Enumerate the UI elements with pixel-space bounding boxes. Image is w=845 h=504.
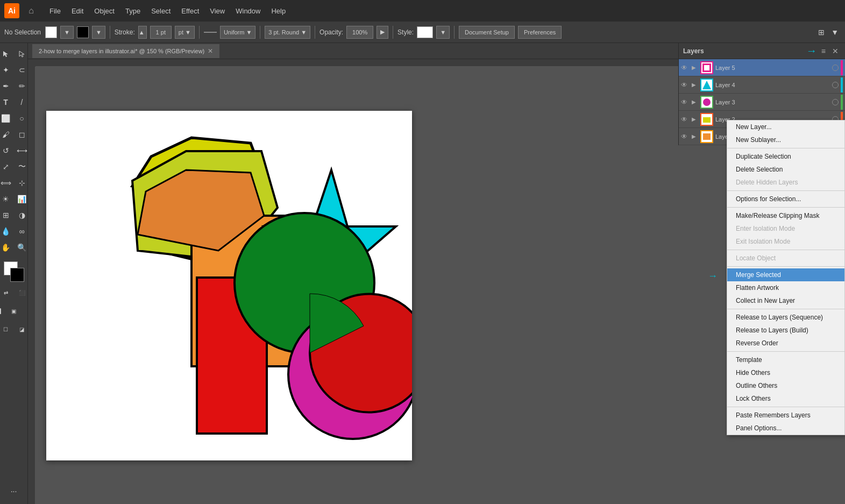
layer1-expand[interactable]: ▶ xyxy=(692,133,698,139)
style-dropdown[interactable]: ▼ xyxy=(436,26,450,39)
document-setup-btn[interactable]: Document Setup xyxy=(459,26,515,39)
stroke-color-swatch[interactable] xyxy=(10,268,24,282)
ctx-hide-others[interactable]: Hide Others xyxy=(727,366,844,379)
style-swatch[interactable] xyxy=(417,26,433,38)
column-graph-tool[interactable]: 📊 xyxy=(15,191,29,207)
document-tab[interactable]: 2-how to merge layers in illustrator.ai*… xyxy=(32,44,219,58)
ctx-delete-selection[interactable]: Delete Selection xyxy=(727,163,844,176)
layer2-expand[interactable]: ▶ xyxy=(692,116,698,122)
layer3-expand[interactable]: ▶ xyxy=(692,99,698,105)
magic-wand-tool[interactable]: ✦ xyxy=(0,62,13,77)
canvas-scroll[interactable] xyxy=(35,67,678,504)
ctx-template[interactable]: Template xyxy=(727,353,844,366)
ctx-new-layer[interactable]: New Layer... xyxy=(727,120,844,133)
layer5-target[interactable] xyxy=(832,65,839,71)
uniform-dropdown[interactable]: Uniform ▼ xyxy=(220,26,255,39)
more-tools-btn[interactable]: ··· xyxy=(6,484,22,499)
scale-tool[interactable]: ⤢ xyxy=(0,159,13,174)
ctx-panel-options[interactable]: Panel Options... xyxy=(727,422,844,435)
blend-tool[interactable]: ∞ xyxy=(15,224,29,239)
menu-select[interactable]: Select xyxy=(147,5,175,17)
menu-object[interactable]: Object xyxy=(90,5,119,17)
paintbrush-tool[interactable]: 🖌 xyxy=(0,127,13,142)
free-transform-tool[interactable]: ⊹ xyxy=(15,175,29,190)
gradient-tool[interactable]: ◑ xyxy=(15,208,29,223)
stroke-value[interactable] xyxy=(150,26,172,39)
ctx-flatten-artwork[interactable]: Flatten Artwork xyxy=(727,281,844,294)
layer-row-3[interactable]: 👁 ▶ Layer 3 xyxy=(679,94,845,111)
menu-file[interactable]: File xyxy=(45,5,65,17)
ctx-reverse-order[interactable]: Reverse Order xyxy=(727,337,844,350)
ctx-release-to-layers-seq[interactable]: Release to Layers (Sequence) xyxy=(727,311,844,324)
ctx-lock-others[interactable]: Lock Others xyxy=(727,392,844,405)
layer1-visibility[interactable]: 👁 xyxy=(681,133,690,140)
stroke-up[interactable]: ▲ xyxy=(138,26,147,39)
menu-window[interactable]: Window xyxy=(231,5,265,17)
ctx-paste-remembers-layers[interactable]: Paste Remembers Layers xyxy=(727,409,844,422)
change-screen-mode-btn[interactable]: ☐ xyxy=(0,322,13,337)
layers-close-btn[interactable]: ✕ xyxy=(830,46,841,56)
lasso-tool[interactable]: ⊂ xyxy=(15,62,29,77)
hand-tool[interactable]: ✋ xyxy=(0,240,13,255)
warp-tool[interactable]: 〜 xyxy=(15,159,29,174)
type-tool[interactable]: T xyxy=(0,95,13,110)
ctx-outline-others[interactable]: Outline Others xyxy=(727,379,844,392)
ctx-release-to-layers-build[interactable]: Release to Layers (Build) xyxy=(727,324,844,337)
arrange-icons-btn[interactable]: ⊞ xyxy=(816,27,827,38)
menu-edit[interactable]: Edit xyxy=(67,5,88,17)
tab-close-btn[interactable]: ✕ xyxy=(208,47,213,55)
opacity-value[interactable] xyxy=(346,26,373,39)
ctx-make-release-clipping-mask[interactable]: Make/Release Clipping Mask xyxy=(727,209,844,222)
eraser-tool[interactable]: ◻ xyxy=(15,127,29,142)
menu-help[interactable]: Help xyxy=(267,5,290,17)
symbol-sprayer-tool[interactable]: ☀ xyxy=(0,191,13,207)
swap-colors-btn[interactable]: ⇄ xyxy=(0,285,13,300)
normal-screen-btn[interactable]: ⬜ xyxy=(0,303,5,318)
pencil-tool[interactable]: ✏ xyxy=(15,79,29,94)
stroke-unit-dropdown[interactable]: pt ▼ xyxy=(175,26,195,39)
rotate-tool[interactable]: ↺ xyxy=(0,143,13,158)
zoom-tool[interactable]: 🔍 xyxy=(15,240,29,255)
layer5-expand[interactable]: ▶ xyxy=(692,65,698,70)
ctx-options-for-selection[interactable]: Options for Selection... xyxy=(727,193,844,205)
mesh-tool[interactable]: ⊞ xyxy=(0,208,13,223)
layers-menu-btn[interactable]: ≡ xyxy=(819,46,828,56)
pen-tool[interactable]: ✒ xyxy=(0,79,13,94)
ctx-merge-selected[interactable]: Merge Selected xyxy=(727,268,844,281)
ctx-new-sublayer[interactable]: New Sublayer... xyxy=(727,133,844,146)
rectangle-tool[interactable]: ⬜ xyxy=(0,111,13,126)
eyedropper-tool[interactable]: 💧 xyxy=(0,224,13,239)
stroke-dropdown[interactable]: ▼ xyxy=(92,26,105,39)
layer-mode-btn[interactable]: ◪ xyxy=(15,322,29,337)
ctx-duplicate-selection[interactable]: Duplicate Selection xyxy=(727,150,844,163)
layer4-visibility[interactable]: 👁 xyxy=(681,81,690,89)
menu-view[interactable]: View xyxy=(205,5,229,17)
layer2-visibility[interactable]: 👁 xyxy=(681,116,690,123)
layer3-target[interactable] xyxy=(832,99,839,105)
layer-row-4[interactable]: 👁 ▶ Layer 4 xyxy=(679,76,845,94)
ellipse-tool[interactable]: ○ xyxy=(15,111,29,126)
direct-selection-tool[interactable] xyxy=(15,46,29,61)
stroke-swatch[interactable] xyxy=(77,26,89,38)
opacity-expand[interactable]: ▶ xyxy=(377,26,388,39)
ctx-collect-in-new-layer[interactable]: Collect in New Layer xyxy=(727,294,844,307)
brush-dropdown[interactable]: 3 pt. Round ▼ xyxy=(265,26,310,39)
line-tool[interactable]: / xyxy=(15,95,29,110)
fill-dropdown[interactable]: ▼ xyxy=(60,26,74,39)
fill-swatch[interactable] xyxy=(45,26,57,38)
full-screen-btn[interactable]: ▣ xyxy=(6,303,22,318)
layer5-visibility[interactable]: 👁 xyxy=(681,64,690,72)
menu-type[interactable]: Type xyxy=(121,5,145,17)
layer4-expand[interactable]: ▶ xyxy=(692,82,698,88)
preferences-btn[interactable]: Preferences xyxy=(518,26,562,39)
layer4-target[interactable] xyxy=(832,82,839,88)
width-tool[interactable]: ⟺ xyxy=(0,175,13,190)
arrange-dropdown[interactable]: ▼ xyxy=(829,27,841,38)
home-icon[interactable]: ⌂ xyxy=(24,3,39,18)
layer-row-5[interactable]: 👁 ▶ Layer 5 xyxy=(679,59,845,76)
layer3-visibility[interactable]: 👁 xyxy=(681,98,690,106)
screen-mode-btn2[interactable]: ▣ xyxy=(23,303,29,318)
default-colors-btn[interactable]: ⬛ xyxy=(15,285,29,300)
menu-effect[interactable]: Effect xyxy=(177,5,203,17)
reflect-tool[interactable]: ⟷ xyxy=(15,143,29,158)
